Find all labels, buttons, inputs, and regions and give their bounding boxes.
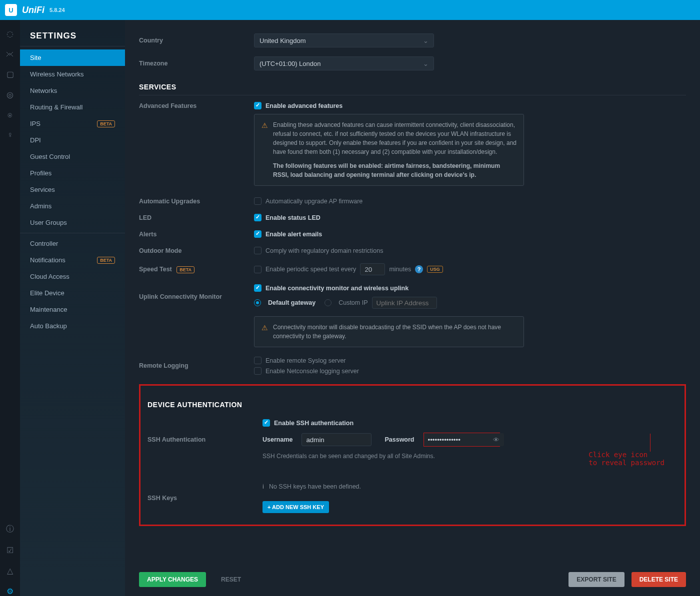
uplink-cb-label: Enable connectivity monitor and wireless…	[266, 285, 408, 292]
uplink-ip-input[interactable]	[372, 297, 437, 309]
apply-changes-button[interactable]: APPLY CHANGES	[139, 572, 206, 587]
timezone-value: (UTC+01:00) London	[260, 60, 321, 67]
sidebar-item-ips[interactable]: IPSBETA	[20, 115, 125, 132]
eye-icon[interactable]: 👁	[493, 436, 500, 444]
sidebar-item-site[interactable]: Site	[20, 49, 125, 66]
add-ssh-key-button[interactable]: + ADD NEW SSH KEY	[262, 501, 329, 513]
speedtest-checkbox[interactable]	[254, 266, 262, 273]
warning-icon: ⚠	[262, 120, 268, 179]
uplink-label: Uplink Connectivity Monitor	[139, 293, 254, 300]
devices-icon[interactable]: ◎	[6, 90, 14, 99]
map-icon[interactable]: ▢	[6, 69, 14, 79]
country-label: Country	[139, 37, 254, 44]
usg-badge: USG	[427, 266, 443, 273]
username-input[interactable]	[302, 433, 372, 446]
auto-upgrade-label: Automatic Upgrades	[139, 198, 254, 205]
led-cb-label: Enable status LED	[266, 214, 320, 221]
ssh-keys-label: SSH Keys	[148, 495, 262, 502]
speedtest-unit: minutes	[389, 266, 411, 273]
sidebar-item-admins[interactable]: Admins	[20, 198, 125, 214]
netconsole-label: Enable Netconsole logging server	[266, 368, 359, 375]
speedtest-cb-label: Enable periodic speed test every	[266, 266, 356, 273]
ssh-auth-label: SSH Authentication	[148, 436, 262, 443]
alerts-checkbox[interactable]	[254, 230, 262, 238]
chevron-down-icon: ⌄	[423, 37, 428, 44]
sidebar-item-networks[interactable]: Networks	[20, 82, 125, 99]
custom-ip-radio[interactable]	[324, 299, 332, 306]
stats-icon[interactable]: ⩙	[6, 49, 14, 58]
brand-logo: U UniFi 5.8.24	[5, 4, 65, 16]
version-text: 5.8.24	[50, 7, 65, 13]
insights-icon[interactable]: ♀	[7, 130, 13, 139]
advanced-warning: ⚠ Enabling these advanced features can c…	[254, 114, 524, 186]
uplink-checkbox[interactable]	[254, 284, 262, 292]
sidebar-item-cloud-access[interactable]: Cloud Access	[20, 268, 125, 285]
device-auth-heading: DEVICE AUTHENTICATION	[148, 401, 678, 413]
top-bar: U UniFi 5.8.24	[0, 0, 700, 20]
clients-icon[interactable]: ⍟	[8, 110, 12, 119]
syslog-checkbox[interactable]	[254, 357, 262, 364]
sidebar-item-profiles[interactable]: Profiles	[20, 165, 125, 181]
dashboard-icon[interactable]: ◌	[6, 29, 14, 38]
netconsole-checkbox[interactable]	[254, 367, 262, 375]
auto-upgrade-checkbox[interactable]	[254, 197, 262, 205]
settings-icon[interactable]: ⚙	[6, 587, 14, 596]
sidebar-item-controller[interactable]: Controller	[20, 235, 125, 252]
default-gateway-label: Default gateway	[268, 299, 316, 306]
check-icon[interactable]: ☑	[6, 546, 14, 555]
password-input[interactable]	[424, 433, 504, 446]
speedtest-label: Speed Test BETA	[139, 266, 254, 273]
sidebar-item-notifications[interactable]: NotificationsBETA	[20, 252, 125, 268]
remote-logging-label: Remote Logging	[139, 362, 254, 369]
settings-content: Country United Kingdom ⌄ Timezone (UTC+0…	[125, 20, 700, 596]
outdoor-label: Outdoor Mode	[139, 247, 254, 254]
ssh-auth-checkbox[interactable]	[262, 419, 270, 427]
export-site-button[interactable]: EXPORT SITE	[568, 572, 624, 587]
sidebar-item-routing-firewall[interactable]: Routing & Firewall	[20, 99, 125, 115]
syslog-label: Enable remote Syslog server	[266, 357, 346, 364]
custom-ip-label: Custom IP	[338, 299, 368, 306]
chevron-down-icon: ⌄	[423, 60, 428, 67]
speedtest-beta-badge: BETA	[176, 266, 194, 273]
sidebar-title: SETTINGS	[20, 31, 125, 46]
delete-site-button[interactable]: DELETE SITE	[632, 572, 686, 587]
bell-icon[interactable]: △	[7, 566, 13, 576]
password-label: Password	[384, 436, 414, 443]
username-label: Username	[262, 436, 292, 443]
sidebar-item-auto-backup[interactable]: Auto Backup	[20, 318, 125, 334]
sidebar-item-wireless-networks[interactable]: Wireless Networks	[20, 66, 125, 82]
sidebar-item-dpi[interactable]: DPI	[20, 132, 125, 148]
info-icon: i	[262, 483, 264, 490]
icon-rail: ◌ ⩙ ▢ ◎ ⍟ ♀ ⓘ ☑ △ ⚙	[0, 20, 20, 596]
u-logo-icon: U	[5, 4, 17, 16]
enable-advanced-label: Enable advanced features	[266, 102, 342, 109]
info-icon[interactable]: ⓘ	[6, 524, 14, 535]
uplink-warning-text: Connectivity monitor will disable broadc…	[273, 323, 516, 341]
sidebar-item-user-groups[interactable]: User Groups	[20, 214, 125, 231]
country-select[interactable]: United Kingdom ⌄	[254, 33, 434, 47]
ssh-keys-empty: No SSH keys have been defined.	[269, 483, 361, 490]
sidebar-item-services[interactable]: Services	[20, 181, 125, 198]
advanced-warning-text2: The following features will be enabled: …	[273, 161, 516, 179]
speedtest-interval-input[interactable]	[360, 263, 385, 275]
reset-button[interactable]: RESET	[213, 572, 249, 587]
beta-badge: BETA	[97, 120, 115, 127]
outdoor-cb-label: Comply with regulatory domain restrictio…	[266, 247, 384, 254]
sidebar-item-guest-control[interactable]: Guest Control	[20, 148, 125, 165]
outdoor-checkbox[interactable]	[254, 247, 262, 254]
sidebar-item-maintenance[interactable]: Maintenance	[20, 301, 125, 318]
footer-actions: APPLY CHANGES RESET EXPORT SITE DELETE S…	[125, 563, 700, 596]
alerts-label: Alerts	[139, 231, 254, 238]
timezone-select[interactable]: (UTC+01:00) London ⌄	[254, 56, 434, 70]
default-gateway-radio[interactable]	[254, 299, 261, 306]
led-checkbox[interactable]	[254, 214, 262, 221]
led-label: LED	[139, 214, 254, 221]
brand-name: UniFi	[22, 5, 44, 15]
settings-sidebar: SETTINGS SiteWireless NetworksNetworksRo…	[20, 20, 125, 596]
uplink-warning: ⚠ Connectivity monitor will disable broa…	[254, 316, 524, 347]
alerts-cb-label: Enable alert emails	[266, 231, 322, 238]
advanced-warning-text1: Enabling these advanced features can cau…	[273, 120, 516, 156]
help-icon[interactable]: ?	[415, 265, 423, 273]
sidebar-item-elite-device[interactable]: Elite Device	[20, 285, 125, 301]
enable-advanced-checkbox[interactable]	[254, 102, 262, 109]
